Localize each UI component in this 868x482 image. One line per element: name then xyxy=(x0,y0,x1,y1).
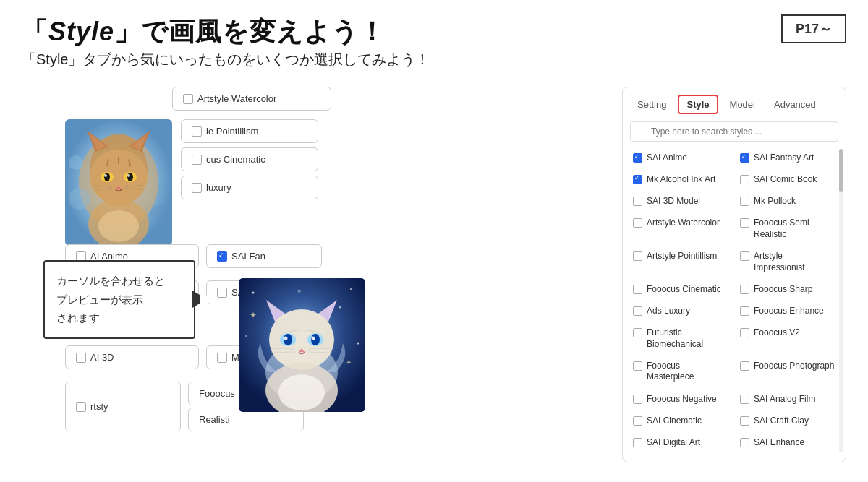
fooocus-ph-checkbox[interactable] xyxy=(740,361,749,371)
fooocus-neg-checkbox[interactable] xyxy=(633,395,642,404)
right-panel: Setting Style Model Advanced 🔍 SAI Anime xyxy=(622,87,846,462)
luxury-checkbox[interactable] xyxy=(192,183,202,193)
style-option-futuristic-bio[interactable]: Futuristic Biomechanical xyxy=(630,324,731,354)
sai-cine-checkbox[interactable] xyxy=(633,416,642,426)
fooocus-semi-label: Fooocus Semi Realistic xyxy=(754,218,835,240)
mk-alcohol-label: Mk Alcohol Ink Art xyxy=(647,174,715,186)
style-option-sai-craft-clay[interactable]: SAI Craft Clay xyxy=(737,412,838,431)
fooocus-sharp-label: Fooocus Sharp xyxy=(754,284,812,296)
mk-pollock-checkbox[interactable] xyxy=(740,197,749,206)
svg-point-24 xyxy=(69,188,90,210)
artst-label: rtsty xyxy=(90,401,109,412)
svg-point-14 xyxy=(127,173,133,181)
style-option-sai-enhance[interactable]: SAI Enhance xyxy=(737,434,838,452)
fooocus-mp-checkbox[interactable] xyxy=(633,361,642,371)
styles-grid: SAI Anime SAI Fantasy Art Mk Alcohol Ink… xyxy=(630,149,838,452)
artst-checkbox[interactable] xyxy=(76,402,86,412)
scrollbar-area[interactable] xyxy=(839,149,843,452)
svg-point-16 xyxy=(127,174,130,177)
style-search-input[interactable] xyxy=(630,121,838,142)
mk-pollock-label: Mk Pollock xyxy=(754,196,796,207)
sai-enhance-checkbox[interactable] xyxy=(740,438,749,447)
svg-point-26 xyxy=(69,155,83,170)
style-option-mk-alcohol[interactable]: Mk Alcohol Ink Art xyxy=(630,171,731,189)
luxury-btn[interactable]: luxury xyxy=(181,176,318,199)
svg-text:★: ★ xyxy=(297,288,302,294)
style-option-sai-fantasy[interactable]: SAI Fantasy Art xyxy=(737,149,838,168)
artstyle-imp-checkbox[interactable] xyxy=(740,251,749,261)
style-option-mk-pollock[interactable]: Mk Pollock xyxy=(737,192,838,211)
cinematic-checkbox[interactable] xyxy=(192,155,202,165)
ads-luxury-checkbox[interactable] xyxy=(633,306,642,316)
style-option-artstyle-pointillism[interactable]: Artstyle Pointillism xyxy=(630,247,731,277)
scrollbar-thumb[interactable] xyxy=(839,149,843,192)
ai-3d-checkbox[interactable] xyxy=(76,353,86,363)
tab-advanced[interactable]: Advanced xyxy=(767,96,823,113)
sai-3d-label: SAI 3D Model xyxy=(647,196,700,207)
sai-digital-checkbox[interactable] xyxy=(633,438,642,447)
svg-point-52 xyxy=(278,374,325,410)
style-option-sai-3d[interactable]: SAI 3D Model xyxy=(630,192,731,211)
sai-3d-checkbox[interactable] xyxy=(633,197,642,206)
pointillism-btn[interactable]: le Pointillism xyxy=(181,119,318,143)
sai-com-checkbox[interactable] xyxy=(217,288,227,298)
style-option-sai-comic[interactable]: SAI Comic Book xyxy=(737,171,838,189)
style-option-fooocus-cinematic[interactable]: Fooocus Cinematic xyxy=(630,280,731,299)
ai-3d-btn[interactable]: AI 3D xyxy=(65,345,199,369)
style-option-ads-luxury[interactable]: Ads Luxury xyxy=(630,302,731,321)
style-option-fooocus-v2[interactable]: Fooocus V2 xyxy=(737,324,838,354)
sai-anime-label: SAI Anime xyxy=(647,152,687,164)
style-option-fooocus-enhance[interactable]: Fooocus Enhance xyxy=(737,302,838,321)
top-style-item: Artstyle Watercolor xyxy=(172,87,331,111)
futuristic-bio-checkbox[interactable] xyxy=(633,328,642,337)
fooocus-enhance-checkbox[interactable] xyxy=(740,306,749,316)
style-option-artstyle-watercolor[interactable]: Artstyle Watercolor xyxy=(630,214,731,244)
sai-anime-checkbox[interactable] xyxy=(633,153,642,163)
search-wrap: 🔍 xyxy=(630,121,838,142)
pointillism-checkbox[interactable] xyxy=(192,126,202,137)
fooocus-ph-label: Fooocus Photograph xyxy=(754,361,834,372)
artstyle-watercolor-label: Artstyle Watercolor xyxy=(197,93,276,104)
mk-poll-checkbox[interactable] xyxy=(217,353,227,363)
sai-fantasy-checkbox[interactable] xyxy=(740,153,749,163)
sai-fan-checkbox[interactable] xyxy=(217,251,227,262)
artst-btn[interactable]: rtsty xyxy=(65,382,181,431)
pointillism-label: le Pointillism xyxy=(206,126,258,137)
sai-fantasy-label: SAI Fantasy Art xyxy=(754,152,814,164)
fooocus-semi-checkbox[interactable] xyxy=(740,218,749,228)
style-option-sai-cinematic[interactable]: SAI Cinematic xyxy=(630,412,731,431)
artstyle-pt-checkbox[interactable] xyxy=(633,251,642,261)
sai-comic-checkbox[interactable] xyxy=(740,175,749,184)
style-option-fooocus-semi[interactable]: Fooocus Semi Realistic xyxy=(737,214,838,244)
ads-luxury-label: Ads Luxury xyxy=(647,306,690,317)
tooltip-line3: されます xyxy=(56,311,100,324)
tooltip-box: カーソルを合わせると プレビューが表示 されます xyxy=(43,260,195,339)
fooocus-sharp-checkbox[interactable] xyxy=(740,285,749,294)
svg-point-15 xyxy=(104,174,107,177)
svg-point-39 xyxy=(269,309,334,370)
fooocus-v2-checkbox[interactable] xyxy=(740,328,749,337)
tab-setting[interactable]: Setting xyxy=(630,96,673,113)
style-option-artstyle-impressionist[interactable]: Artstyle Impressionist xyxy=(737,247,838,277)
sai-analog-checkbox[interactable] xyxy=(740,395,749,404)
style-option-sai-analog[interactable]: SAI Analog Film xyxy=(737,390,838,409)
tab-model[interactable]: Model xyxy=(723,96,762,113)
svg-text:✦: ✦ xyxy=(250,310,257,320)
sai-analog-label: SAI Analog Film xyxy=(754,394,815,405)
style-option-sai-digital[interactable]: SAI Digital Art xyxy=(630,434,731,452)
style-option-sai-anime[interactable]: SAI Anime xyxy=(630,149,731,168)
fooocus-cin-checkbox[interactable] xyxy=(633,285,642,294)
style-option-fooocus-sharp[interactable]: Fooocus Sharp xyxy=(737,280,838,299)
artstyle-watercolor-checkbox[interactable] xyxy=(183,94,193,104)
artstyle-wc-checkbox[interactable] xyxy=(633,218,642,228)
style-option-fooocus-photograph[interactable]: Fooocus Photograph xyxy=(737,357,838,387)
mk-alcohol-checkbox[interactable] xyxy=(633,175,642,184)
cinematic-btn[interactable]: cus Cinematic xyxy=(181,147,318,171)
svg-point-32 xyxy=(357,343,359,345)
style-option-fooocus-negative[interactable]: Fooocus Negative xyxy=(630,390,731,409)
style-option-fooocus-masterpiece[interactable]: Fooocus Masterpiece xyxy=(630,357,731,387)
tab-style[interactable]: Style xyxy=(678,95,718,114)
fooocus-cin-label: Fooocus Cinematic xyxy=(647,284,721,296)
sai-clay-checkbox[interactable] xyxy=(740,416,749,426)
sai-fan-btn[interactable]: SAI Fan xyxy=(206,244,322,268)
